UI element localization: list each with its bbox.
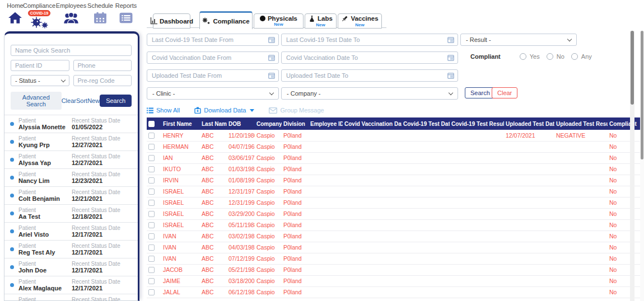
status-date-label: Recent Status Date xyxy=(72,297,134,301)
compliant-no-radio[interactable] xyxy=(547,53,553,60)
col-header-test-date: Covid-19 Test Date xyxy=(402,117,450,130)
calendar-picker-icon[interactable] xyxy=(268,36,275,43)
row-checkbox[interactable] xyxy=(148,256,155,262)
cell-company: Caspio xyxy=(255,163,282,175)
result-select[interactable]: - Result - xyxy=(460,34,577,46)
prereg-code-input[interactable] xyxy=(73,75,132,86)
uploaded-date-from-input[interactable] xyxy=(147,69,279,82)
calendar-picker-icon[interactable] xyxy=(447,72,454,79)
patient-list-item[interactable]: Patient Alden Mercado Recent Status Date… xyxy=(4,294,138,301)
sort-button[interactable]: Sort xyxy=(76,96,87,105)
phone-input[interactable] xyxy=(73,60,132,71)
table-row[interactable]: IVAN ABC 03/02/1986 Caspio P0land No xyxy=(147,231,644,242)
main-scrollbar-track[interactable] xyxy=(630,31,634,301)
table-row[interactable]: IAN ABC 03/06/1972 Caspio P0land No xyxy=(147,152,644,163)
table-row[interactable]: ISRAEL ABC 12/31/1994 Caspio P0land No xyxy=(147,197,644,208)
last-test-date-to-input[interactable] xyxy=(281,34,458,46)
cell-first-name: IKUTO xyxy=(161,163,200,175)
tab-dashboard[interactable]: Dashboard xyxy=(153,13,190,29)
patient-list-item[interactable]: Patient Nancy Lim Recent Status Date 12/… xyxy=(4,168,138,186)
main-scrollbar-thumb[interactable] xyxy=(631,31,634,105)
patient-list-item[interactable]: Patient Alex Maglaque Recent Status Date… xyxy=(4,276,138,294)
name-quick-search-input[interactable] xyxy=(11,45,132,56)
patient-list-item[interactable]: Patient Alyssia Monette Recent Status Da… xyxy=(4,115,138,133)
select-all-checkbox[interactable] xyxy=(148,121,155,127)
compliant-yes-radio[interactable] xyxy=(520,53,526,60)
row-checkbox[interactable] xyxy=(148,200,155,206)
advanced-search-button[interactable]: Advanced Search xyxy=(11,92,62,110)
download-data-button[interactable]: Download Data xyxy=(194,107,254,114)
window-scrollbar-thumb[interactable] xyxy=(641,31,643,159)
status-select[interactable]: - Status - xyxy=(11,75,69,86)
status-date-label: Recent Status Date xyxy=(72,189,134,195)
table-row[interactable]: JAIME ABC 03/18/2001 Caspio P0land No xyxy=(147,275,644,286)
table-row[interactable]: IKUTO ABC 01/03/1980 Caspio P0land No xyxy=(147,163,644,175)
row-checkbox[interactable] xyxy=(148,222,155,228)
compliant-any-radio[interactable] xyxy=(571,53,578,60)
row-checkbox[interactable] xyxy=(148,244,155,251)
patient-list-item[interactable]: Patient Colt Benjamin Recent Status Date… xyxy=(4,186,138,204)
table-row[interactable]: HENRY ABC 11/20/1980 Caspio P0land 12/07… xyxy=(147,130,644,141)
nav-item-schedule[interactable]: Schedule xyxy=(88,2,112,24)
tab-physicals[interactable]: Physicals New xyxy=(254,13,304,29)
cell-dob: 04/03/1985 xyxy=(227,242,255,253)
row-checkbox[interactable] xyxy=(148,278,155,284)
table-row[interactable]: ISRAEL ABC 12/31/1976 Caspio P0land No xyxy=(147,186,644,197)
patient-type-label: Patient xyxy=(18,261,72,267)
patient-name: Reg Test Aly xyxy=(18,249,72,256)
table-row[interactable]: IVAN ABC 04/03/1985 Caspio P0land No xyxy=(147,242,644,253)
row-checkbox[interactable] xyxy=(148,177,155,184)
last-test-date-from-input[interactable] xyxy=(147,34,279,46)
table-row[interactable]: JALAL ABC 06/12/1982 Caspio P0land No xyxy=(147,286,644,298)
vaccination-date-from-input[interactable] xyxy=(147,51,279,64)
table-row[interactable]: ISRAEL ABC 05/11/1988 Caspio P0land No xyxy=(147,219,644,231)
cell-uploaded-date xyxy=(504,219,554,231)
patient-list-item[interactable]: Patient Reg Test Aly Recent Status Date … xyxy=(4,240,138,258)
row-checkbox[interactable] xyxy=(148,155,155,161)
vaccination-date-to-input[interactable] xyxy=(281,51,458,64)
company-select[interactable]: - Company - xyxy=(281,87,458,100)
show-all-button[interactable]: Show All xyxy=(147,107,180,114)
patient-list-item[interactable]: Patient Alyssa Yap Recent Status Date 12… xyxy=(4,150,138,168)
nav-item-compliance[interactable]: Compliance COVID-19 xyxy=(26,2,53,29)
row-checkbox[interactable] xyxy=(148,133,155,139)
calendar-picker-icon[interactable] xyxy=(268,54,275,61)
filter-clear-button[interactable]: Clear xyxy=(492,87,517,98)
table-row[interactable]: JACOB ABC 05/21/1981 Caspio P0land No xyxy=(147,264,644,275)
patient-list-item[interactable]: Patient Aa Test Recent Status Date 12/18… xyxy=(4,204,138,222)
row-checkbox[interactable] xyxy=(148,189,155,195)
nav-item-reports[interactable]: Reports xyxy=(114,2,138,24)
table-row[interactable]: IRVIN ABC 01/08/1992 Caspio P0land No xyxy=(147,175,644,186)
clinic-select[interactable]: - Clinic - xyxy=(147,87,279,100)
patient-list-item[interactable]: Patient John Doe Recent Status Date 12/1… xyxy=(4,258,138,276)
table-row[interactable]: ISRAEL ABC 03/29/2002 Caspio P0land No xyxy=(147,208,644,219)
new-button[interactable]: New xyxy=(87,96,100,105)
row-checkbox[interactable] xyxy=(148,233,155,239)
uploaded-date-to-input[interactable] xyxy=(281,69,458,82)
row-checkbox[interactable] xyxy=(148,166,155,172)
patient-list-item[interactable]: Patient Kyung Prp Recent Status Date 12/… xyxy=(4,133,138,150)
tab-compliance[interactable]: Compliance xyxy=(199,11,253,29)
patient-id-input[interactable] xyxy=(11,60,69,71)
nav-item-employees[interactable]: Employees xyxy=(56,2,86,24)
row-checkbox[interactable] xyxy=(148,267,155,273)
cell-vaccination-date xyxy=(343,163,402,175)
clear-button[interactable]: Clear xyxy=(62,96,76,105)
tab-labs[interactable]: Labs New xyxy=(305,13,337,29)
patient-list-item[interactable]: Patient Ariel Visto Recent Status Date 1… xyxy=(4,222,138,240)
cell-compliant: No xyxy=(608,163,644,175)
tab-vaccines[interactable]: Vaccines New xyxy=(338,13,382,29)
patient-type-label: Patient xyxy=(18,153,72,159)
window-scrollbar-track[interactable] xyxy=(640,31,644,301)
row-checkbox[interactable] xyxy=(148,144,155,150)
search-button[interactable]: Search xyxy=(100,95,132,107)
calendar-picker-icon[interactable] xyxy=(447,36,454,43)
row-checkbox[interactable] xyxy=(148,211,155,217)
table-row[interactable]: IVAN ABC 07/12/1996 Caspio P0land No xyxy=(147,253,644,264)
row-checkbox[interactable] xyxy=(148,289,155,295)
filter-search-button[interactable]: Search xyxy=(465,87,496,98)
calendar-picker-icon[interactable] xyxy=(268,72,275,79)
group-message-button[interactable]: Group Message xyxy=(269,107,324,114)
table-row[interactable]: HERMAN ABC 04/07/1965 Caspio P0land No xyxy=(147,141,644,152)
calendar-picker-icon[interactable] xyxy=(447,54,454,61)
